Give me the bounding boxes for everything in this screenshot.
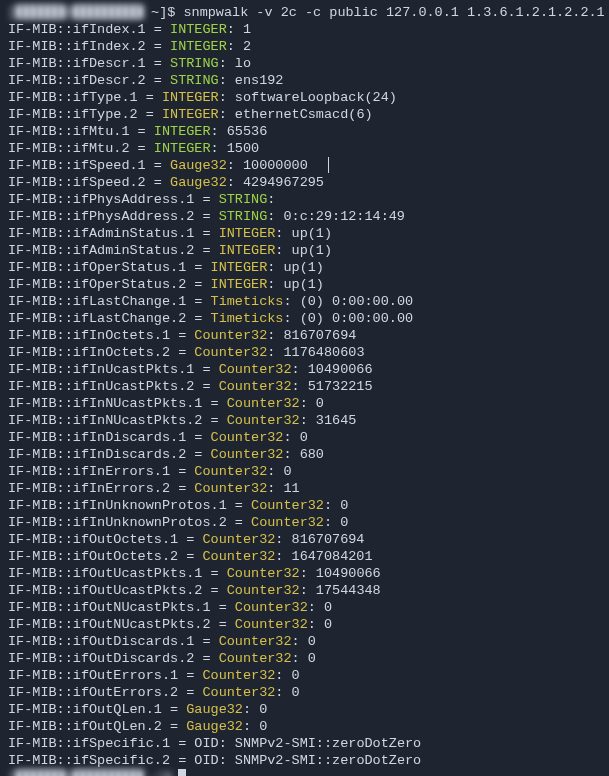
type-3: STRING: [170, 73, 219, 88]
value-17: : (0) 0:00:00.00: [283, 311, 413, 326]
type-2: STRING: [170, 56, 219, 71]
type-28: Counter32: [251, 498, 324, 513]
value-16: : (0) 0:00:00.00: [283, 294, 413, 309]
text-cursor-icon: [328, 157, 329, 173]
type-11: STRING: [219, 209, 268, 224]
terminal-output[interactable]: [███████@██████████ ~]$ snmpwalk -v 2c -…: [8, 4, 601, 776]
value-25: : 680: [283, 447, 324, 462]
type-25: Counter32: [211, 447, 284, 462]
oid-9: IF-MIB::ifSpeed.2 =: [8, 175, 170, 190]
type-9: Gauge32: [170, 175, 227, 190]
oid-28: IF-MIB::ifInUnknownProtos.1 =: [8, 498, 251, 513]
oid-21: IF-MIB::ifInUcastPkts.2 =: [8, 379, 219, 394]
oid-35: IF-MIB::ifOutNUcastPkts.2 =: [8, 617, 235, 632]
oid-40: IF-MIB::ifOutQLen.1 =: [8, 702, 186, 717]
value-22: : 0: [300, 396, 324, 411]
type-22: Counter32: [227, 396, 300, 411]
oid-17: IF-MIB::ifLastChange.2 =: [8, 311, 211, 326]
oid-33: IF-MIB::ifOutUcastPkts.2 =: [8, 583, 227, 598]
oid-42: IF-MIB::ifSpecific.1 =: [8, 736, 194, 751]
oid-0: IF-MIB::ifIndex.1 =: [8, 22, 170, 37]
oid-3: IF-MIB::ifDescr.2 =: [8, 73, 170, 88]
oid-12: IF-MIB::ifAdminStatus.1 =: [8, 226, 219, 241]
value-18: : 816707694: [267, 328, 356, 343]
type-5: INTEGER: [162, 107, 219, 122]
oid-6: IF-MIB::ifMtu.1 =: [8, 124, 154, 139]
value-2: : lo: [219, 56, 251, 71]
oid-24: IF-MIB::ifInDiscards.1 =: [8, 430, 211, 445]
value-20: : 10490066: [292, 362, 373, 377]
type-20: Counter32: [219, 362, 292, 377]
oid-5: IF-MIB::ifType.2 =: [8, 107, 162, 122]
oid-41: IF-MIB::ifOutQLen.2 =: [8, 719, 186, 734]
value-3: : ens192: [219, 73, 284, 88]
value-23: : 31645: [300, 413, 357, 428]
oid-20: IF-MIB::ifInUcastPkts.1 =: [8, 362, 219, 377]
oid-23: IF-MIB::ifInNUcastPkts.2 =: [8, 413, 227, 428]
value-8: : 10000000: [227, 158, 308, 173]
oid-13: IF-MIB::ifAdminStatus.2 =: [8, 243, 219, 258]
oid-36: IF-MIB::ifOutDiscards.1 =: [8, 634, 219, 649]
value-21: : 51732215: [292, 379, 373, 394]
value-9: : 4294967295: [227, 175, 324, 190]
value-40: : 0: [243, 702, 267, 717]
type-40: Gauge32: [186, 702, 243, 717]
type-34: Counter32: [235, 600, 308, 615]
oid-30: IF-MIB::ifOutOctets.1 =: [8, 532, 202, 547]
value-4: : softwareLoopback(24): [219, 90, 397, 105]
type-26: Counter32: [194, 464, 267, 479]
value-34: : 0: [308, 600, 332, 615]
oid-8: IF-MIB::ifSpeed.1 =: [8, 158, 170, 173]
type-6: INTEGER: [154, 124, 211, 139]
oid-27: IF-MIB::ifInErrors.2 =: [8, 481, 194, 496]
value-41: : 0: [243, 719, 267, 734]
oid-26: IF-MIB::ifInErrors.1 =: [8, 464, 194, 479]
value-33: : 17544348: [300, 583, 381, 598]
oid-39: IF-MIB::ifOutErrors.2 =: [8, 685, 202, 700]
value-37: : 0: [292, 651, 316, 666]
type-33: Counter32: [227, 583, 300, 598]
type-37: Counter32: [219, 651, 292, 666]
type-27: Counter32: [194, 481, 267, 496]
oid-18: IF-MIB::ifInOctets.1 =: [8, 328, 194, 343]
oid-38: IF-MIB::ifOutErrors.1 =: [8, 668, 202, 683]
oid-10: IF-MIB::ifPhysAddress.1 =: [8, 192, 219, 207]
type-12: INTEGER: [219, 226, 276, 241]
oid-32: IF-MIB::ifOutUcastPkts.1 =: [8, 566, 227, 581]
type-35: Counter32: [235, 617, 308, 632]
oid-1: IF-MIB::ifIndex.2 =: [8, 39, 170, 54]
value-38: : 0: [275, 668, 299, 683]
type-16: Timeticks: [211, 294, 284, 309]
prompt2: [███████@██████████ ~]$: [8, 770, 178, 776]
oid-31: IF-MIB::ifOutOctets.2 =: [8, 549, 202, 564]
type-17: Timeticks: [211, 311, 284, 326]
value-1: : 2: [227, 39, 251, 54]
oid-11: IF-MIB::ifPhysAddress.2 =: [8, 209, 219, 224]
prompt-command: snmpwalk -v 2c -c public 127.0.0.1 1.3.6…: [183, 5, 604, 20]
value-10: :: [267, 192, 275, 207]
value-7: : 1500: [211, 141, 260, 156]
value-6: : 65536: [211, 124, 268, 139]
type-38: Counter32: [202, 668, 275, 683]
oid-7: IF-MIB::ifMtu.2 =: [8, 141, 154, 156]
oid-4: IF-MIB::ifType.1 =: [8, 90, 162, 105]
oid-16: IF-MIB::ifLastChange.1 =: [8, 294, 211, 309]
type-29: Counter32: [251, 515, 324, 530]
oid-14: IF-MIB::ifOperStatus.1 =: [8, 260, 211, 275]
value-30: : 816707694: [275, 532, 364, 547]
oid-29: IF-MIB::ifInUnknownProtos.2 =: [8, 515, 251, 530]
value-0: : 1: [227, 22, 251, 37]
value-27: : 11: [267, 481, 299, 496]
type-0: INTEGER: [170, 22, 227, 37]
type-19: Counter32: [194, 345, 267, 360]
value-42: : SNMPv2-SMI::zeroDotZero: [219, 736, 422, 751]
type-18: Counter32: [194, 328, 267, 343]
value-36: : 0: [292, 634, 316, 649]
block-cursor-icon: [178, 769, 186, 776]
value-39: : 0: [275, 685, 299, 700]
type-1: INTEGER: [170, 39, 227, 54]
oid-37: IF-MIB::ifOutDiscards.2 =: [8, 651, 219, 666]
type-15: INTEGER: [211, 277, 268, 292]
type-10: STRING: [219, 192, 268, 207]
oid-34: IF-MIB::ifOutNUcastPkts.1 =: [8, 600, 235, 615]
